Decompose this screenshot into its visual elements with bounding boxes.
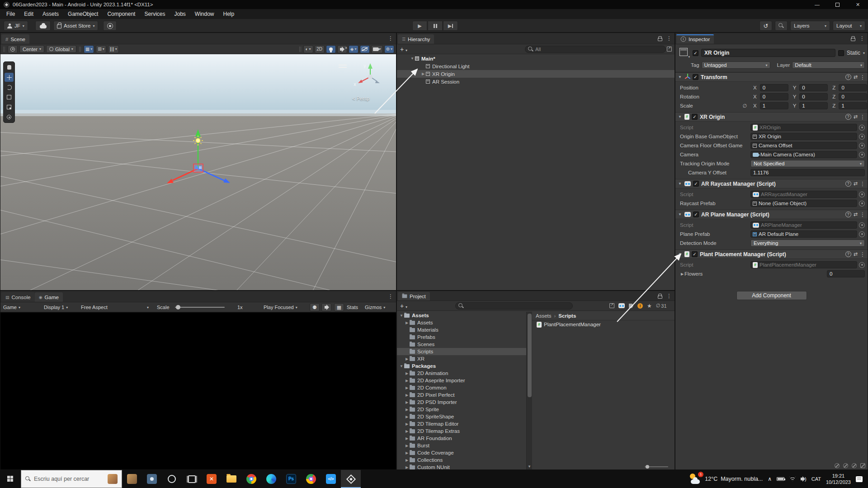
taskbar-app-chrome-2-icon[interactable] xyxy=(301,470,321,488)
rotate-tool-icon[interactable] xyxy=(5,83,14,92)
component-header-plant-placement-manager-script[interactable]: ▼ # ✓ Plant Placement Manager (Script) ?… xyxy=(675,249,868,259)
orientation-dropdown[interactable]: Global▾ xyxy=(46,45,76,53)
tab-console[interactable]: ▤Console xyxy=(1,292,35,302)
project-folder-assets[interactable]: ▼ Assets xyxy=(397,312,526,319)
foldout-arrow-icon[interactable]: ▼ xyxy=(678,115,682,119)
snap-increment-icon[interactable]: ⊞▾ xyxy=(96,45,106,53)
menu-component[interactable]: Component xyxy=(103,11,140,17)
gizmos-dropdown[interactable]: Gizmos▾ xyxy=(365,303,385,311)
component-enabled-checkbox[interactable]: ✓ xyxy=(693,211,699,217)
script-object-field[interactable]: ARRaycastManager xyxy=(750,191,857,198)
origin-base-gameobject-object-field[interactable]: XR Origin xyxy=(750,133,857,140)
lighting-icon[interactable] xyxy=(326,45,336,53)
plane-prefab-object-field[interactable]: AR Default Plane xyxy=(750,230,857,238)
hidden-packages-icon[interactable]: ∅31 xyxy=(656,303,667,309)
tool-settings-icon[interactable] xyxy=(8,45,18,53)
script-object-field[interactable]: #XROrigin xyxy=(750,124,857,131)
move-tool-icon[interactable] xyxy=(5,73,14,82)
tracking-origin-mode-dropdown[interactable]: Not Specified▾ xyxy=(750,160,865,167)
tab-project[interactable]: Project xyxy=(398,292,430,300)
wifi-icon[interactable] xyxy=(789,477,796,482)
component-header-ar-raycast-manager-script[interactable]: ▼ ✓ AR Raycast Manager (Script) ? ⇄ ⋮ xyxy=(675,179,868,188)
component-enabled-checkbox[interactable]: ✓ xyxy=(692,114,698,120)
taskbar-app-widget-icon[interactable] xyxy=(142,470,162,488)
object-picker-icon[interactable] xyxy=(859,192,865,197)
tab-inspector[interactable]: i Inspector xyxy=(676,34,714,44)
taskbar-app-task-view-icon[interactable] xyxy=(182,470,202,488)
menu-services[interactable]: Services xyxy=(140,11,170,17)
object-picker-icon[interactable] xyxy=(859,222,865,228)
object-picker-icon[interactable] xyxy=(859,143,865,149)
camera-preview-icon[interactable]: ▾ xyxy=(371,45,383,53)
help-icon[interactable]: ? xyxy=(845,181,851,187)
inspector-menu-kebab[interactable]: ⋮ xyxy=(859,35,865,42)
taskbar-app-photos-icon[interactable] xyxy=(122,470,142,488)
tab-game[interactable]: ◉Game xyxy=(35,292,63,302)
object-picker-icon[interactable] xyxy=(859,152,865,158)
project-search-input[interactable] xyxy=(455,302,573,310)
project-folder-code-coverage[interactable]: ▶ Code Coverage xyxy=(397,449,526,456)
foldout-arrow-icon[interactable]: ▶ xyxy=(680,272,684,276)
stats-button[interactable]: Stats xyxy=(347,303,358,311)
script-object-field[interactable]: #PlantPlacementManager xyxy=(750,261,857,268)
close-button[interactable]: ✕ xyxy=(848,0,868,9)
flowers-count-input[interactable]: 0 xyxy=(827,270,865,277)
hierarchy-search-input[interactable]: All xyxy=(525,46,666,53)
asset-item[interactable]: # PlantPlacementManager xyxy=(532,320,675,328)
static-dropdown[interactable]: ▾ xyxy=(863,51,865,55)
gizmos-sphere-icon[interactable]: ⊕▾ xyxy=(384,45,394,53)
foldout-arrow-icon[interactable]: ▼ xyxy=(678,75,682,79)
hand-tool-icon[interactable] xyxy=(5,63,14,72)
position-z-input[interactable]: 0 xyxy=(839,84,867,91)
help-icon[interactable]: ? xyxy=(845,74,851,80)
battery-icon[interactable] xyxy=(777,477,784,481)
cloud-sync-muted-icon[interactable] xyxy=(843,463,848,468)
audio-mute-icon[interactable] xyxy=(337,45,347,53)
taskbar-clock[interactable]: 19:21 10/12/2023 xyxy=(826,473,851,486)
undo-history-button[interactable]: ↺ xyxy=(760,21,772,31)
layout-dropdown[interactable]: Layout▾ xyxy=(833,21,865,31)
menu-gameobject[interactable]: GameObject xyxy=(63,11,103,17)
tag-dropdown[interactable]: Untagged▾ xyxy=(702,61,770,69)
aspect-dropdown[interactable]: Free Aspect▾ xyxy=(81,303,149,311)
project-folder-2d-tilemap-editor[interactable]: ▶ 2D Tilemap Editor xyxy=(397,420,526,427)
pivot-dropdown[interactable]: Center▾ xyxy=(19,45,44,53)
rect-tool-icon[interactable] xyxy=(5,93,14,102)
presets-icon[interactable]: ⇄ xyxy=(854,251,858,257)
shading-mode-icon[interactable]: ◐▾ xyxy=(303,45,313,53)
pause-button[interactable] xyxy=(428,21,443,31)
foldout-arrow-icon[interactable]: ▼ xyxy=(678,182,682,186)
help-icon[interactable]: ? xyxy=(845,251,851,257)
play-button[interactable]: ▶ xyxy=(412,21,427,31)
project-zoom-slider[interactable] xyxy=(645,466,668,467)
foldout-arrow-icon[interactable]: ▼ xyxy=(678,212,682,216)
component-enabled-checkbox[interactable]: ✓ xyxy=(693,74,698,80)
scale-z-input[interactable]: 1 xyxy=(839,102,867,109)
open-search-window-icon[interactable] xyxy=(609,303,614,308)
component-header-transform[interactable]: ▼ ✓ Transform ? ⇄ ⋮ xyxy=(675,72,868,82)
layers-dropdown[interactable]: Layers▾ xyxy=(790,21,830,31)
weather-widget[interactable]: 1 12°C Mayorm. nubla... xyxy=(690,474,763,484)
help-icon[interactable]: ? xyxy=(845,211,851,217)
taskbar-app-file-explorer-icon[interactable] xyxy=(222,470,241,488)
rotation-y-input[interactable]: 0 xyxy=(799,93,828,100)
presets-icon[interactable]: ⇄ xyxy=(854,181,858,187)
project-folder-2d-common[interactable]: ▶ 2D Common xyxy=(397,384,526,391)
add-component-button[interactable]: Add Component xyxy=(736,291,807,300)
taskbar-app-photoshop-icon[interactable]: Ps xyxy=(281,470,301,488)
scene-viewport[interactable]: y x < Persp xyxy=(0,54,396,290)
display-target-dropdown[interactable]: Game▾ xyxy=(3,303,20,311)
speaker-icon[interactable] xyxy=(321,303,331,311)
project-folder-2d-animation[interactable]: ▶ 2D Animation xyxy=(397,370,526,377)
notifications-muted-icon[interactable] xyxy=(835,463,840,468)
rotation-z-input[interactable]: 0 xyxy=(839,93,867,100)
rotation-x-input[interactable]: 0 xyxy=(760,93,788,100)
menu-window[interactable]: Window xyxy=(190,11,219,17)
project-folder-2d-psd-importer[interactable]: ▶ 2D PSD Importer xyxy=(397,399,526,406)
minimize-button[interactable]: — xyxy=(807,0,827,9)
start-button[interactable] xyxy=(0,470,21,488)
taskbar-app-cortana-icon[interactable] xyxy=(162,470,182,488)
ruler-icon[interactable]: ∥∥▾ xyxy=(108,45,119,53)
scene-menu-kebab[interactable]: ⋮ xyxy=(388,35,393,42)
component-kebab[interactable]: ⋮ xyxy=(860,74,865,80)
